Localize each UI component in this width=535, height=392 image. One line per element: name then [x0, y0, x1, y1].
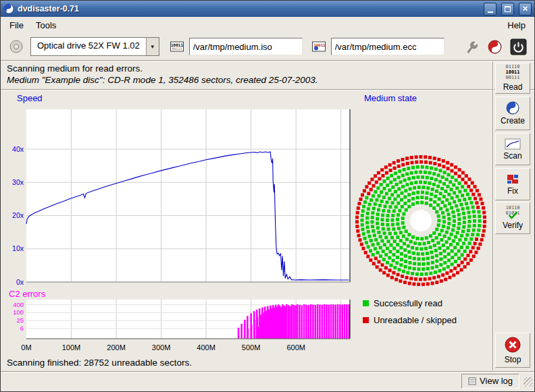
- preferences-button[interactable]: [464, 38, 480, 55]
- finish-status-text: Scanning finished: 28752 unreadable sect…: [7, 358, 192, 368]
- medium-state-title: Medium state: [364, 93, 417, 103]
- image-file-icon: 10011 00111: [170, 39, 184, 54]
- create-button-label: Create: [501, 116, 525, 125]
- chevron-down-icon: ▼: [146, 38, 159, 55]
- read-icon-row: 00111: [505, 75, 519, 80]
- ecc-path-input[interactable]: [331, 38, 444, 55]
- minimize-icon: [488, 11, 493, 13]
- scan-button-label: Scan: [503, 151, 521, 161]
- legend-bad-swatch: [363, 317, 369, 323]
- menu-help[interactable]: Help: [501, 18, 532, 32]
- legend-good-swatch: [363, 300, 369, 306]
- close-icon: ×: [523, 4, 528, 13]
- verify-button[interactable]: 10110 01011 Verify: [495, 202, 530, 234]
- fix-button-label: Fix: [507, 186, 518, 196]
- toolbar: Optical drive 52X FW 1.02 ▼ 10011 00111 …: [1, 33, 534, 60]
- view-log-button[interactable]: View log: [461, 374, 519, 389]
- titlebar: dvdisaster-0.71 ×: [1, 1, 534, 17]
- status-separator: [1, 89, 534, 90]
- legend-good: Successfully read: [363, 298, 442, 308]
- stop-icon: [504, 336, 521, 354]
- drive-select-value: Optical drive 52X FW 1.02: [31, 38, 146, 55]
- verify-button-label: Verify: [503, 221, 523, 230]
- svg-text:100: 100: [13, 308, 24, 316]
- svg-text:00111: 00111: [172, 47, 182, 51]
- iso-file-button[interactable]: 10011 00111: [169, 38, 185, 55]
- speed-chart-title: Speed: [17, 93, 43, 103]
- read-button-label: Read: [503, 82, 523, 92]
- statusbar: View log: [1, 371, 534, 390]
- drive-select-button[interactable]: [7, 38, 25, 55]
- stop-button-label: Stop: [505, 355, 521, 364]
- svg-text:400: 400: [13, 301, 24, 308]
- status-line-2: Medium "Example disc": CD-R mode 1, 3524…: [7, 75, 318, 85]
- close-button[interactable]: ×: [519, 3, 532, 16]
- create-button[interactable]: Create: [495, 96, 530, 130]
- svg-text:25: 25: [16, 316, 24, 324]
- svg-text:200M: 200M: [107, 343, 126, 352]
- app-window: dvdisaster-0.71 × File Tools Help Optica…: [0, 0, 535, 392]
- legend-bad-label: Unreadable / skipped: [374, 315, 457, 325]
- scan-button[interactable]: Scan: [495, 133, 530, 165]
- fix-icon: [506, 173, 519, 185]
- menu-tools[interactable]: Tools: [30, 18, 62, 32]
- maximize-button[interactable]: [501, 3, 514, 16]
- svg-text:20x: 20x: [12, 211, 24, 219]
- about-button[interactable]: [487, 39, 503, 55]
- optical-drive-icon: [8, 38, 24, 55]
- view-log-label: View log: [480, 376, 513, 386]
- menu-file[interactable]: File: [3, 18, 30, 32]
- read-button[interactable]: 01110 10011 00111 Read: [495, 63, 530, 94]
- svg-text:400M: 400M: [197, 343, 215, 352]
- speed-chart: 0x10x20x30x40x: [6, 108, 352, 286]
- menubar: File Tools Help: [1, 17, 534, 33]
- window-title: dvdisaster-0.71: [18, 4, 479, 13]
- svg-text:300M: 300M: [152, 343, 171, 352]
- c2-errors-chart: 6251004000M100M200M300M400M500M600M: [6, 298, 352, 355]
- ecc-file-icon: 10011: [311, 39, 326, 54]
- checkmark-icon: [508, 211, 518, 219]
- minimize-button[interactable]: [484, 3, 496, 16]
- log-document-icon: [468, 377, 476, 385]
- svg-text:6: 6: [20, 325, 24, 332]
- read-icon: 01110 10011 00111: [505, 65, 519, 80]
- quit-button[interactable]: [509, 38, 528, 56]
- scan-icon: [505, 138, 521, 150]
- wrench-icon: [465, 39, 480, 54]
- ecc-file-button[interactable]: 10011: [311, 38, 327, 55]
- resize-grip[interactable]: [524, 377, 533, 387]
- svg-text:30x: 30x: [12, 178, 24, 186]
- svg-text:0x: 0x: [16, 278, 24, 286]
- maximize-icon: [505, 6, 511, 12]
- dvdisaster-logo-icon: [488, 40, 502, 54]
- legend-bad: Unreadable / skipped: [363, 315, 457, 325]
- sidebar-separator: [492, 61, 494, 370]
- svg-text:100M: 100M: [62, 343, 81, 352]
- svg-text:0M: 0M: [21, 343, 31, 352]
- svg-text:40x: 40x: [12, 145, 24, 153]
- power-icon: [510, 38, 527, 55]
- svg-text:10x: 10x: [12, 244, 24, 252]
- svg-text:500M: 500M: [242, 343, 261, 352]
- status-line-1: Scanning medium for read errors.: [7, 63, 143, 74]
- legend-good-label: Successfully read: [374, 298, 442, 308]
- stop-button[interactable]: Stop: [495, 333, 530, 368]
- toolbar-separator: [1, 60, 534, 61]
- svg-text:600M: 600M: [286, 343, 305, 352]
- app-icon: [3, 3, 14, 14]
- create-icon: [506, 101, 519, 115]
- drive-select[interactable]: Optical drive 52X FW 1.02 ▼: [30, 37, 159, 56]
- c2-errors-chart-title: C2 errors: [9, 289, 45, 299]
- fix-button[interactable]: Fix: [495, 168, 530, 200]
- medium-state-disc: [353, 153, 488, 288]
- iso-path-input[interactable]: [189, 38, 303, 55]
